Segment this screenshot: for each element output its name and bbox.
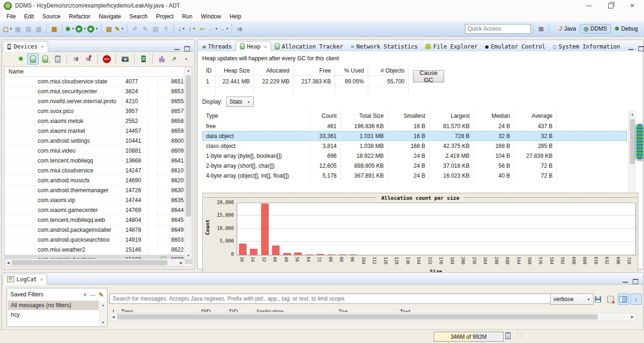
screen-capture-icon[interactable] [119,53,131,65]
device-row[interactable]: com.android.thememanager147268630 [5,186,192,196]
display-mode-select[interactable]: Stats ▼ [226,97,254,107]
edge-widget-handle[interactable] [636,123,644,160]
devices-column-name[interactable]: Name [5,68,24,75]
stats-row[interactable]: 1-byte array (byte[], boolean[])69618.92… [202,151,627,161]
device-row[interactable]: com.tencent.mobileqq:web148048645 [5,215,192,225]
menu-project[interactable]: Project [152,12,178,21]
logcat-filter-item[interactable]: All messages (no filters) [8,301,99,310]
minimize-view-icon[interactable] [174,48,180,50]
system-trace-icon[interactable]: ↗ [168,53,180,65]
update-threads-icon[interactable]: ⇉ [70,53,82,65]
save-workspace-icon[interactable]: ▦ [50,23,59,34]
scroll-down-icon[interactable]: ▼ [99,319,107,326]
menu-edit[interactable]: Edit [20,12,38,21]
stop-process-icon[interactable] [101,53,112,65]
debug-icon[interactable]: ✱▼ [65,23,74,34]
scroll-up-icon[interactable]: ▲ [99,302,107,309]
logcat-column-l[interactable]: L [109,309,118,312]
scroll-left-icon[interactable]: ◀ [5,259,12,266]
scroll-right-icon[interactable]: ▶ [178,259,185,266]
cause-gc-button[interactable]: Cause GC [413,70,444,82]
scrollbar-thumb[interactable] [630,119,635,164]
device-row[interactable]: com.xiaomi.gamecenter147698644 [5,205,192,215]
remove-filter-icon[interactable]: — [90,291,96,298]
next-annotation-icon[interactable]: ↓▼ [177,23,186,34]
scrollbar-thumb[interactable] [12,260,167,265]
run-history-icon-dropdown[interactable]: ▼ [95,27,98,30]
scroll-up-icon[interactable]: ▲ [629,111,636,118]
last-edit-location-icon[interactable]: ↩ [198,23,207,34]
menu-file[interactable]: File [2,12,20,21]
menu-run[interactable]: Run [178,12,197,21]
tab-logcat[interactable]: LogCat ✕ [3,274,47,285]
device-row[interactable]: com.android.quicksearchbox149198603 [5,235,192,245]
device-row[interactable]: com.miui.video108818609 [5,146,192,156]
new-wizard-icon[interactable]: ▢▼ [3,23,12,34]
open-perspective-icon[interactable]: ⊞ [537,23,546,34]
ui-automator-icon[interactable] [156,53,167,65]
add-filter-icon[interactable]: + [83,291,87,298]
tab-network-statistics[interactable]: ≈Network Statistics [347,41,421,51]
logcat-tab-close-icon[interactable]: ✕ [40,277,43,282]
logcat-column-time[interactable]: Time [118,309,198,312]
maximize-view-icon[interactable] [633,279,638,284]
scroll-right-icon[interactable]: ▶ [629,313,636,320]
cause-gc-icon[interactable] [52,53,63,65]
logcat-column-application[interactable]: Application [253,309,335,312]
maximize-view-icon[interactable] [638,46,644,51]
stats-row[interactable]: 2-byte array (short[], char[])12,605888.… [202,161,627,171]
run-icon-dropdown[interactable]: ▼ [83,27,86,30]
run-history-icon[interactable]: ▶▼ [87,23,98,34]
format-brush-icon-dropdown[interactable]: ▼ [121,27,124,30]
perspective-debug[interactable]: ✱Debug [611,24,642,33]
logcat-horizontal-scrollbar[interactable]: ◀ ▶ [109,313,636,321]
start-method-profiling-icon[interactable]: ⇉ [83,53,94,65]
restore-button[interactable] [600,0,621,11]
clear-log-icon[interactable] [605,294,616,305]
new-wizard-icon-dropdown[interactable]: ▼ [9,27,12,30]
scroll-up-icon[interactable]: ▲ [185,67,192,74]
save-log-icon[interactable] [592,294,603,305]
prev-annotation-icon-dropdown[interactable]: ▼ [192,27,195,30]
autoscroll-icon[interactable]: ↓ [630,294,642,305]
format-brush-icon[interactable]: ✎▼ [115,23,124,34]
perspective-java[interactable]: JJava [555,24,580,33]
device-row[interactable]: com.miui.cloudservice:state40778651 [5,77,192,87]
run-icon[interactable]: ▶▼ [75,23,86,34]
view-menu-icon[interactable]: ▼ [181,53,192,65]
menu-search[interactable]: Search [125,12,152,21]
tab-allocation-tracker[interactable]: Allocation Tracker [271,41,347,51]
tab-devices[interactable]: Devices ✕ [3,41,48,52]
tab-heap[interactable]: Heap✕ [236,41,271,52]
heap-status-indicator[interactable]: 346M of 992M [434,332,504,342]
tab-close-icon[interactable]: ✕ [264,44,267,49]
device-row[interactable]: com.tencent.mobileqq136688641 [5,156,192,166]
device-row[interactable]: com.android.packageinstaller148788649 [5,225,192,235]
scrollbar-thumb[interactable] [117,314,598,319]
device-row[interactable]: com.android.settings104418600 [5,136,192,146]
scroll-down-icon[interactable]: ▼ [185,252,192,259]
device-row[interactable]: com.xiaomi.vip147448635 [5,196,192,205]
log-level-select[interactable]: verbose ▼ [550,294,594,305]
device-row[interactable]: com.xiaomi.metok25528658 [5,116,192,126]
stats-row[interactable]: free461196.836 KB16 B81.570 KB24 B437 B [202,121,627,131]
tab-system-information[interactable]: ▢System Information [549,41,624,51]
logcat-column-pid[interactable]: PID [198,309,225,312]
update-heap-icon[interactable] [27,53,39,65]
menu-window[interactable]: Window [197,12,225,21]
back-icon[interactable]: ←▼ [208,23,218,34]
perspective-ddms[interactable]: ◎DDMS [580,24,611,33]
device-row[interactable]: com.nvwfd.server.internal.proto42108655 [5,97,192,106]
minimize-view-icon[interactable] [623,280,628,283]
device-screen-icon[interactable] [138,53,149,65]
menu-help[interactable]: Help [225,12,246,21]
edit-filter-icon[interactable]: ✎ [99,291,104,298]
close-button[interactable]: ✕ [621,0,643,11]
forward-icon-dropdown[interactable]: ▼ [226,27,229,30]
tab-file-explorer[interactable]: File Explorer [421,41,481,51]
debug-process-icon[interactable]: ✱ [15,53,26,65]
device-row[interactable]: com.xiaomi.market144578659 [5,126,192,136]
back-icon-dropdown[interactable]: ▼ [215,27,218,30]
menu-refactor[interactable]: Refactor [65,12,94,21]
device-row[interactable]: com.svox.pico39578657 [5,106,192,116]
